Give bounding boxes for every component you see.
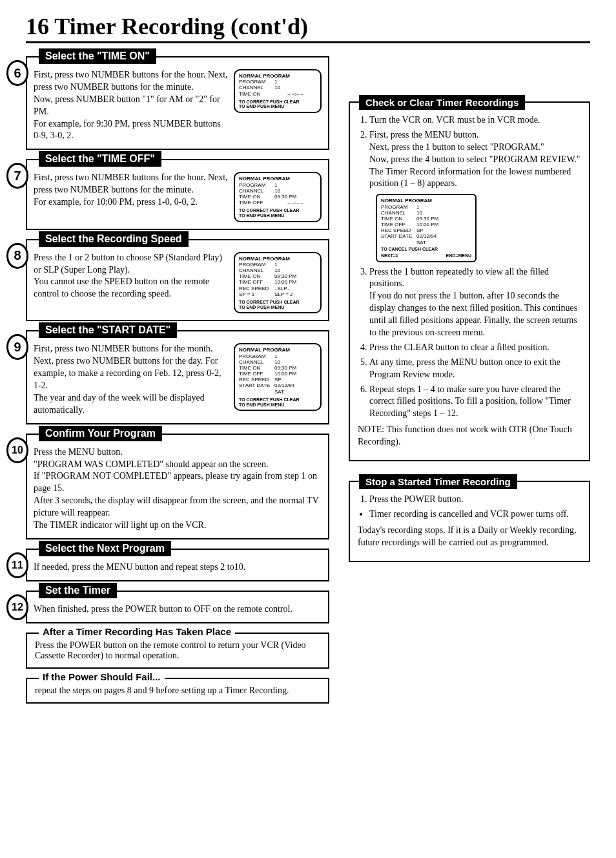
note-text: NOTE: This function does not work with O… [358,424,581,448]
sub-title: If the Power Should Fail... [39,671,165,682]
right-column: Check or Clear Timer Recordings Turn the… [349,56,590,713]
step-9: 9 Select the "START DATE" First, press t… [26,330,329,424]
step-text: Press the MENU button. "PROGRAM WAS COMP… [34,446,322,532]
list-item: Press the 1 button repeatedly to view al… [369,266,581,339]
list-item: Turn the VCR on. VCR must be in VCR mode… [369,114,581,127]
page-title: 16 Timer Recording (cont'd) [26,13,590,43]
list-item: Repeat steps 1 – 4 to make sure you have… [369,384,581,421]
step-11: 11 Select the Next Program If needed, pr… [26,549,329,581]
sub-text: Press the POWER button on the remote con… [35,640,320,661]
osd-display: NORMAL PROGRAM PROGRAM1 CHANNEL10 TIME O… [234,69,322,113]
step-title: Confirm Your Program [39,426,162,441]
after-recording-box: After a Timer Recording Has Taken Place … [26,633,329,669]
step-8: 8 Select the Recording Speed Press the 1… [26,239,329,322]
step-title: Select the Next Program [39,541,171,556]
step-number: 9 [6,334,28,360]
step-text: First, press two NUMBER buttons for the … [34,172,229,209]
list-item: Press the POWER button. [369,494,581,506]
step-text: Press the 1 or 2 button to choose SP (St… [34,252,229,301]
step-number: 12 [6,594,28,620]
step-title: Select the "START DATE" [39,322,177,338]
tail-text: Today's recording stops. If it is a Dail… [358,525,581,549]
osd-display: NORMAL PROGRAM PROGRAM1 CHANNEL10 TIME O… [234,172,322,222]
step-number: 7 [6,163,28,189]
osd-display: NORMAL PROGRAM PROGRAM1 CHANNEL10 TIME O… [234,252,322,314]
list-item: First, press the MENU button. Next, pres… [369,129,581,262]
step-number: 6 [6,60,28,86]
step-title: Select the Recording Speed [39,231,189,247]
box-title: Stop a Started Timer Recording [359,474,517,489]
step-text: When finished, press the POWER button to… [34,603,322,616]
step-number: 8 [6,243,28,269]
list-item: Press the CLEAR button to clear a filled… [369,342,581,354]
step-7: 7 Select the "TIME OFF" First, press two… [26,159,329,229]
power-fail-box: If the Power Should Fail... repeat the s… [26,678,329,704]
step-title: Select the "TIME OFF" [39,151,161,167]
osd-display: NORMAL PROGRAM PROGRAM1 CHANNEL10 TIME O… [234,343,322,411]
step-6: 6 Select the "TIME ON" First, press two … [26,56,329,150]
step-title: Set the Timer [39,583,117,598]
list-item: Timer recording is cancelled and VCR pow… [369,508,581,521]
stop-recording-box: Stop a Started Timer Recording Press the… [349,481,590,562]
step-10: 10 Confirm Your Program Press the MENU b… [26,434,329,539]
left-column: 6 Select the "TIME ON" First, press two … [26,56,329,713]
step-text: First, press two NUMBER buttons for the … [34,343,229,416]
sub-title: After a Timer Recording Has Taken Place [39,626,235,637]
sub-text: repeat the steps on pages 8 and 9 before… [35,685,320,696]
step-number: 10 [6,437,28,463]
step-text: If needed, press the MENU button and rep… [34,561,322,574]
list-item: At any time, press the MENU button once … [369,357,581,381]
check-clear-box: Check or Clear Timer Recordings Turn the… [349,101,590,461]
step-text: First, press two NUMBER buttons for the … [34,69,229,142]
osd-display: NORMAL PROGRAM PROGRAM1 CHANNEL10 TIME O… [376,194,477,262]
step-title: Select the "TIME ON" [39,48,156,64]
step-12: 12 Set the Timer When finished, press th… [26,591,329,623]
step-number: 11 [6,552,28,578]
box-title: Check or Clear Timer Recordings [359,95,525,110]
